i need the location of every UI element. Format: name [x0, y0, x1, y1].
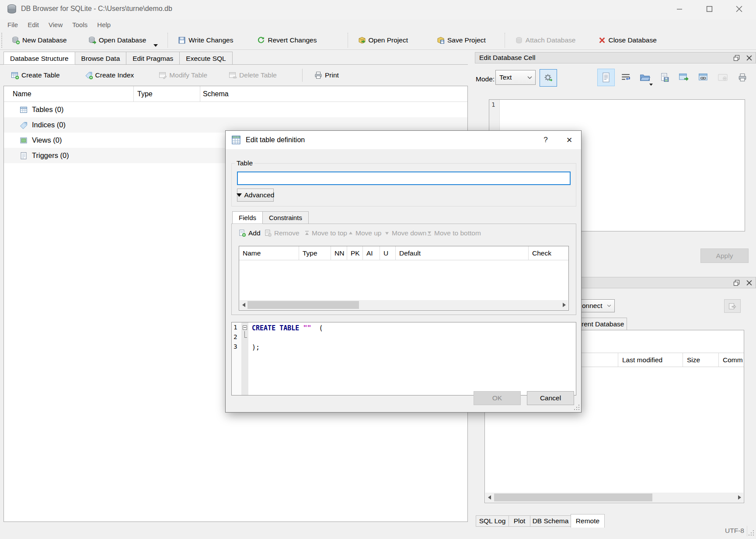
write-changes-label: Write Changes	[188, 36, 233, 44]
menu-view[interactable]: View	[44, 20, 67, 30]
create-table-button[interactable]: Create Table	[3, 67, 67, 83]
import-data-button[interactable]	[636, 69, 654, 86]
print-cell-button[interactable]	[734, 69, 751, 86]
new-database-button[interactable]: New Database	[5, 32, 73, 49]
float-panel-icon[interactable]	[733, 55, 740, 61]
tab-execute-sql[interactable]: Execute SQL	[179, 52, 232, 65]
scrollbar-thumb[interactable]	[247, 301, 359, 309]
save-project-button[interactable]: Save Project	[430, 32, 492, 49]
menu-file[interactable]: File	[3, 20, 23, 30]
toolbar-drag-handle[interactable]	[1, 33, 3, 48]
line-number: 2	[232, 332, 241, 342]
column-default[interactable]: Default	[396, 246, 529, 260]
tab-database-structure[interactable]: Database Structure	[3, 52, 75, 65]
column-check[interactable]: Check	[529, 246, 568, 260]
sql-preview[interactable]: 1 2 3 CREATE TABLE "" ( );	[231, 322, 576, 396]
tab-db-schema[interactable]: DB Schema	[530, 515, 571, 527]
toolbar-separator	[505, 33, 505, 48]
apply-label: Apply	[716, 252, 733, 260]
sql-line-numbers: 1 2 3	[232, 322, 241, 395]
minimize-button[interactable]	[667, 0, 692, 18]
dialog-close-button[interactable]: ✕	[559, 131, 579, 149]
column-pk[interactable]: PK	[347, 246, 363, 260]
line-number: 3	[232, 342, 241, 351]
move-to-top-button: Move to top	[304, 227, 347, 240]
open-database-dropdown-icon[interactable]	[153, 44, 158, 47]
move-up-icon	[348, 231, 353, 236]
new-database-icon	[11, 36, 20, 45]
column-nn[interactable]: NN	[331, 246, 347, 260]
tab-constraints[interactable]: Constraints	[262, 211, 309, 224]
close-panel-icon[interactable]	[746, 280, 752, 286]
tree-column-name[interactable]: Name	[4, 86, 134, 102]
remote-column-commit[interactable]: Comm	[719, 353, 744, 367]
open-database-button[interactable]: Open Database	[81, 32, 165, 49]
advanced-toggle-button[interactable]: Advanced	[237, 189, 274, 202]
statusbar-separator	[747, 526, 747, 536]
open-project-button[interactable]: Open Project	[351, 32, 415, 49]
text-document-button[interactable]	[597, 69, 615, 86]
line-number: 1	[232, 322, 241, 332]
tab-browse-data[interactable]: Browse Data	[75, 52, 127, 65]
fields-table: Name Type NN PK AI U Default Check	[239, 246, 569, 311]
scroll-right-icon[interactable]	[560, 300, 568, 310]
cancel-button[interactable]: Cancel	[527, 391, 574, 405]
dialog-resize-grip[interactable]	[574, 405, 580, 411]
tab-fields[interactable]: Fields	[232, 211, 263, 224]
close-window-button[interactable]	[726, 0, 752, 18]
print-button[interactable]: Print	[307, 67, 346, 83]
column-u[interactable]: U	[380, 246, 396, 260]
tab-edit-pragmas[interactable]: Edit Pragmas	[126, 52, 180, 65]
scroll-right-icon[interactable]	[735, 493, 743, 502]
close-database-button[interactable]: Close Database	[592, 32, 663, 49]
remove-field-icon	[264, 229, 272, 237]
tree-row-label: Triggers (0)	[32, 151, 69, 160]
copy-link-button[interactable]	[695, 69, 712, 86]
maximize-button[interactable]	[697, 0, 722, 18]
create-table-icon	[10, 71, 19, 80]
modify-table-label: Modify Table	[169, 71, 207, 79]
scrollbar-track[interactable]	[247, 300, 560, 310]
float-panel-icon[interactable]	[733, 280, 740, 286]
menu-help[interactable]: Help	[92, 20, 115, 30]
tree-column-type[interactable]: Type	[134, 86, 200, 102]
fold-collapse-icon[interactable]	[243, 326, 247, 330]
external-window-icon	[679, 73, 689, 82]
null-icon	[718, 74, 728, 81]
tab-current-database[interactable]: rent Database	[580, 318, 627, 330]
auto-detect-format-button[interactable]	[540, 69, 557, 87]
close-panel-icon[interactable]	[746, 55, 752, 61]
write-changes-button[interactable]: Write Changes	[171, 32, 240, 49]
export-data-button[interactable]	[656, 69, 673, 86]
scrollbar-thumb[interactable]	[494, 494, 652, 501]
tab-sql-log[interactable]: SQL Log	[476, 515, 509, 527]
fold-line	[244, 331, 247, 338]
scrollbar-track[interactable]	[493, 493, 735, 502]
window-resize-grip[interactable]	[749, 530, 755, 536]
dialog-help-button[interactable]: ?	[536, 131, 556, 149]
open-in-external-button[interactable]	[675, 69, 693, 86]
scroll-left-icon[interactable]	[485, 493, 493, 502]
menu-tools[interactable]: Tools	[67, 20, 92, 30]
word-wrap-button[interactable]	[617, 69, 634, 86]
column-type[interactable]: Type	[299, 246, 331, 260]
tab-remote[interactable]: Remote	[571, 514, 605, 528]
scroll-left-icon[interactable]	[240, 300, 247, 310]
tree-column-schema[interactable]: Schema	[200, 86, 467, 102]
column-name[interactable]: Name	[239, 246, 299, 260]
create-index-button[interactable]: Create Index	[77, 67, 141, 83]
table-name-input[interactable]	[237, 172, 571, 185]
tree-row-tables[interactable]: Tables (0)	[4, 102, 467, 117]
tab-plot[interactable]: Plot	[509, 515, 530, 527]
import-dropdown-icon[interactable]	[649, 84, 653, 86]
fields-tab-pane: Add Remove Move to top Move up Move down…	[231, 224, 576, 315]
revert-changes-button[interactable]: Revert Changes	[250, 32, 323, 49]
column-ai[interactable]: AI	[363, 246, 380, 260]
add-field-button[interactable]: Add	[238, 227, 261, 240]
remote-column-size[interactable]: Size	[683, 353, 719, 367]
menu-edit[interactable]: Edit	[23, 20, 44, 30]
remote-column-last-modified[interactable]: Last modified	[618, 353, 683, 367]
remote-identity-select[interactable]: onnect	[580, 299, 615, 312]
table-group-label: Table	[235, 159, 254, 167]
mode-select[interactable]: Text	[495, 70, 536, 85]
